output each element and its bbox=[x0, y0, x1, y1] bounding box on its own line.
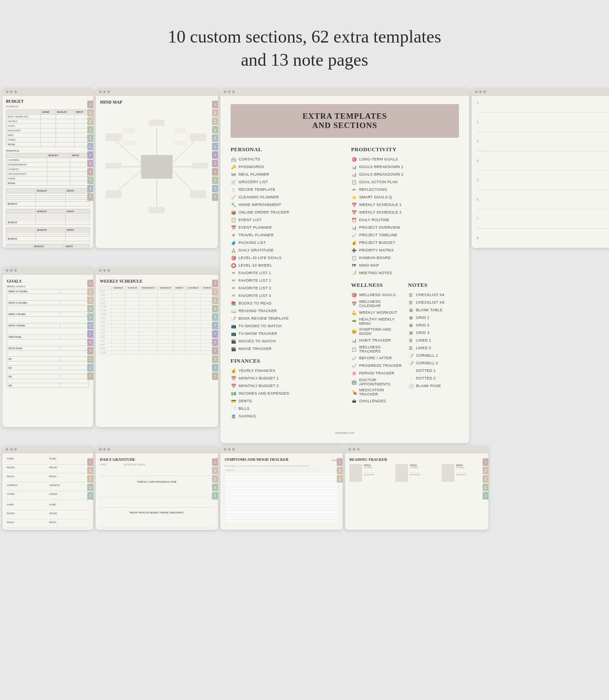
goals-tab-dec[interactable]: DEC bbox=[87, 372, 93, 380]
dg-tab-jan[interactable]: JAN bbox=[212, 458, 218, 466]
con-tab-jan[interactable]: JAN bbox=[87, 458, 93, 466]
goals-tab-jan[interactable]: JAN bbox=[87, 280, 93, 287]
con-tab-may[interactable]: MAY bbox=[87, 492, 93, 500]
et-item-cornell1[interactable]: 📝 CORNELL 1 bbox=[408, 353, 459, 358]
et-item-goal-action[interactable]: 📋 GOAL ACTION PLAN bbox=[351, 179, 459, 185]
et-item-goals-bd2[interactable]: 📊 GOALS BREAKDOWN 2 bbox=[351, 171, 459, 177]
et-item-healthy-menu[interactable]: 🥗 HEALTHY WEEKLY MENU bbox=[351, 317, 402, 326]
et-item-reading[interactable]: 📖 READING TRACKER bbox=[231, 308, 338, 314]
sym-tab-jan[interactable]: JAN bbox=[337, 458, 343, 466]
mm-tab-nov[interactable]: NOV bbox=[212, 185, 218, 192]
mm-tab-apr[interactable]: APR bbox=[212, 126, 218, 134]
goals-tab-oct[interactable]: OCT bbox=[87, 355, 93, 363]
et-item-travel[interactable]: ✈ TRAVEL PLANNER bbox=[231, 232, 338, 238]
ws-tab-feb[interactable]: FEB bbox=[212, 288, 218, 296]
et-item-habit-tracker[interactable]: 📊 HABIT TRACKER bbox=[351, 337, 402, 343]
et-item-gratitude[interactable]: 🙏 DAILY GRATITUDE bbox=[231, 247, 338, 253]
tab-jan[interactable]: JAN bbox=[87, 101, 93, 108]
et-item-yearly-finances[interactable]: 💰 YEARLY FINANCES bbox=[231, 368, 338, 374]
et-item-meeting-notes[interactable]: 📝 MEETING NOTES bbox=[351, 270, 459, 276]
et-item-wellness-trackers[interactable]: 📋 WELLNESS TRACKERS bbox=[351, 345, 402, 353]
ws-tab-aug[interactable]: AUG bbox=[212, 339, 218, 346]
ws-tab-sep[interactable]: SEP bbox=[212, 347, 218, 355]
read-tab-may[interactable]: MAY bbox=[483, 492, 488, 500]
goals-tab-nov[interactable]: NOV bbox=[87, 364, 93, 371]
goals-tab-may[interactable]: MAY bbox=[87, 313, 93, 321]
dg-tab-mar[interactable]: MAR bbox=[212, 475, 218, 483]
sym-tab-feb[interactable]: FEB bbox=[337, 467, 343, 474]
et-item-project-timeline[interactable]: 📈 PROJECT TIMELINE bbox=[351, 232, 459, 238]
et-item-contacts[interactable]: 📇 CONTACTS bbox=[231, 156, 338, 162]
et-item-reflections[interactable]: ✏ REFLECTIONS bbox=[351, 187, 459, 192]
ws-tab-nov[interactable]: NOV bbox=[212, 364, 218, 371]
et-item-book-review[interactable]: 📝 BOOK REVIEW TEMPLATE bbox=[231, 315, 338, 321]
dg-tab-apr[interactable]: APR bbox=[212, 484, 218, 491]
goals-tab-jul[interactable]: JUL bbox=[87, 330, 93, 338]
read-tab-feb[interactable]: FEB bbox=[483, 467, 488, 474]
et-item-doctor[interactable]: 🏥 DOCTOR APPOINTMENTS bbox=[351, 378, 402, 386]
tab-nov[interactable]: NOV bbox=[87, 185, 93, 192]
et-item-grid3[interactable]: ⊞ GRID 3 bbox=[408, 330, 459, 336]
ws-tab-may[interactable]: MAY bbox=[212, 313, 218, 321]
mm-tab-aug[interactable]: AUG bbox=[212, 160, 218, 167]
tab-dec[interactable]: DEC bbox=[87, 193, 93, 201]
et-item-wellness-cal[interactable]: 📅 WELLNESS CALENDAR bbox=[351, 299, 402, 308]
et-item-wellness-goals[interactable]: 🎯 WELLNESS GOALS bbox=[351, 292, 402, 298]
et-item-bills[interactable]: 📄 BILLS bbox=[231, 406, 338, 411]
et-item-before-after[interactable]: 📈 BEFORE / AFTER bbox=[351, 355, 402, 361]
tab-may[interactable]: MAY bbox=[87, 134, 93, 142]
con-tab-apr[interactable]: APR bbox=[87, 484, 93, 491]
dg-tab-feb[interactable]: FEB bbox=[212, 467, 218, 474]
tab-oct[interactable]: OCT bbox=[87, 176, 93, 184]
et-item-recipe[interactable]: 🍴 RECIPE TEMPLATE bbox=[231, 187, 338, 192]
et-item-blank-page[interactable]: ⬜ BLANK PAGE bbox=[408, 383, 459, 389]
et-item-lined2[interactable]: ☰ LINED 2 bbox=[408, 345, 459, 351]
con-tab-mar[interactable]: MAR bbox=[87, 475, 93, 483]
et-item-cleaning[interactable]: 🧹 CLEANING PLANNER bbox=[231, 194, 338, 200]
goals-tab-apr[interactable]: APR bbox=[87, 305, 93, 313]
et-item-project-budget[interactable]: 💰 PROJECT BUDGET bbox=[351, 240, 459, 246]
goals-tab-mar[interactable]: MAR bbox=[87, 297, 93, 304]
et-item-checklist-x4[interactable]: ☰ CHECKLIST X4 bbox=[408, 292, 459, 298]
et-item-blank-table[interactable]: ⊞ BLANK TABLE bbox=[408, 307, 459, 313]
et-item-weekly-sched2[interactable]: 📅 WEEKLY SCHEDULE 2 bbox=[351, 209, 459, 215]
mm-tab-mar[interactable]: MAR bbox=[212, 118, 218, 125]
et-item-online-order[interactable]: 📦 ONLINE ORDER TRACKER bbox=[231, 209, 338, 215]
et-item-fav2[interactable]: ❤ FAVORITE LIST 2 bbox=[231, 278, 338, 283]
et-item-longterm[interactable]: 🎯 LONG-TERM GOALS bbox=[351, 156, 459, 162]
ws-tab-jan[interactable]: JAN bbox=[212, 280, 218, 287]
et-item-period-tracker[interactable]: 🌸 PERIOD TRACKER bbox=[351, 370, 402, 376]
et-item-daily-routine[interactable]: ⏰ DAILY ROUTINE bbox=[351, 217, 459, 223]
goals-tab-jun[interactable]: JUN bbox=[87, 322, 93, 329]
et-item-cornell2[interactable]: 📝 CORNELL 2 bbox=[408, 360, 459, 366]
mm-tab-dec[interactable]: DEC bbox=[212, 193, 218, 201]
et-item-books[interactable]: 📚 BOOKS TO READ bbox=[231, 300, 338, 306]
read-tab-jan[interactable]: JAN bbox=[483, 458, 488, 466]
et-item-level10-wheel[interactable]: ⭕ LEVEL-10 WHEEL bbox=[231, 262, 338, 268]
et-item-grid1[interactable]: ⊞ GRID 1 bbox=[408, 315, 459, 321]
ws-tab-oct[interactable]: OCT bbox=[212, 355, 218, 363]
et-item-debts[interactable]: 💳 DEBTS bbox=[231, 398, 338, 404]
tab-mar[interactable]: MAR bbox=[87, 118, 93, 125]
sym-tab-mar[interactable]: MAR bbox=[337, 475, 343, 483]
goals-tab-sep[interactable]: SEP bbox=[87, 347, 93, 355]
et-item-dotted1[interactable]: · DOTTED 1 bbox=[408, 368, 459, 374]
et-item-symptoms-mood[interactable]: 😊 SYMPTOMS AND MOOD bbox=[351, 327, 402, 336]
et-item-savings[interactable]: 🏦 SAVINGS bbox=[231, 413, 338, 419]
tab-jul[interactable]: JUL bbox=[87, 151, 93, 159]
et-item-grocery[interactable]: 🛒 GROCERY LIST bbox=[231, 179, 338, 185]
et-item-goals-bd1[interactable]: 📊 GOALS BREAKDOWN 1 bbox=[351, 164, 459, 170]
et-item-tvshow-tracker[interactable]: 📺 TV-SHOW TRACKER bbox=[231, 331, 338, 337]
ws-tab-mar[interactable]: MAR bbox=[212, 297, 218, 304]
et-item-movies[interactable]: 🎬 MOVIES TO WATCH bbox=[231, 338, 338, 344]
ws-tab-jun[interactable]: JUN bbox=[212, 322, 218, 329]
et-item-fav3[interactable]: ❤ FAVORITE LIST 3 bbox=[231, 285, 338, 291]
et-item-progress-tracker[interactable]: 📈 PROGRESS TRACKER bbox=[351, 363, 402, 369]
et-item-priority-matrix[interactable]: ➕ PRIORITY MATRIX bbox=[351, 247, 459, 253]
tab-aug[interactable]: AUG bbox=[87, 160, 93, 167]
tab-jun[interactable]: JUN bbox=[87, 143, 93, 150]
et-item-fav1[interactable]: ❤ FAVORITE LIST 1 bbox=[231, 270, 338, 276]
et-item-grid2[interactable]: ⊞ GRID 2 bbox=[408, 322, 459, 328]
et-item-meal-planner[interactable]: 🍽 MEAL PLANNER bbox=[231, 171, 338, 177]
ws-tab-dec[interactable]: DEC bbox=[212, 372, 218, 380]
